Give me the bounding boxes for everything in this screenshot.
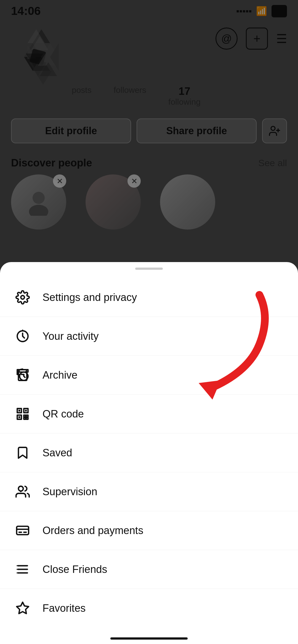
svg-point-34 [18,486,23,491]
archive-label: Archive [42,369,78,381]
settings-icon [14,289,31,306]
home-indicator [110,637,188,640]
close-friends-label: Close Friends [42,564,107,575]
svg-rect-24 [18,410,20,412]
menu-item-qr[interactable]: QR code [0,395,298,433]
svg-rect-31 [26,415,28,417]
qr-label: QR code [42,408,84,420]
orders-icon [14,522,31,539]
saved-label: Saved [42,447,72,459]
favorites-icon [14,599,31,617]
archive-icon [14,366,31,384]
supervision-icon [14,483,31,500]
svg-rect-26 [25,410,27,412]
saved-icon [14,444,31,462]
svg-rect-33 [26,417,28,419]
settings-label: Settings and privacy [42,292,137,303]
menu-item-archive[interactable]: Archive [0,356,298,395]
supervision-label: Supervision [42,486,97,498]
svg-marker-45 [17,602,28,613]
svg-rect-32 [24,417,25,419]
activity-icon [14,327,31,345]
menu-item-settings[interactable]: Settings and privacy [0,278,298,317]
favorites-label: Favorites [42,602,86,614]
svg-rect-28 [18,416,20,418]
qr-icon [14,405,31,423]
orders-label: Orders and payments [42,525,143,537]
menu-item-saved[interactable]: Saved [0,433,298,472]
sheet-handle [135,268,163,270]
menu-item-favorites[interactable]: Favorites [0,589,298,627]
menu-item-orders[interactable]: Orders and payments [0,511,298,550]
bottom-sheet: Settings and privacy Your activity [0,262,298,644]
activity-label: Your activity [42,330,99,342]
svg-rect-35 [17,526,28,535]
menu-item-supervision[interactable]: Supervision [0,472,298,511]
svg-rect-30 [24,415,25,417]
menu-item-close-friends[interactable]: Close Friends [0,550,298,589]
close-friends-icon [14,561,31,578]
svg-point-20 [21,296,25,299]
menu-item-activity[interactable]: Your activity [0,317,298,356]
